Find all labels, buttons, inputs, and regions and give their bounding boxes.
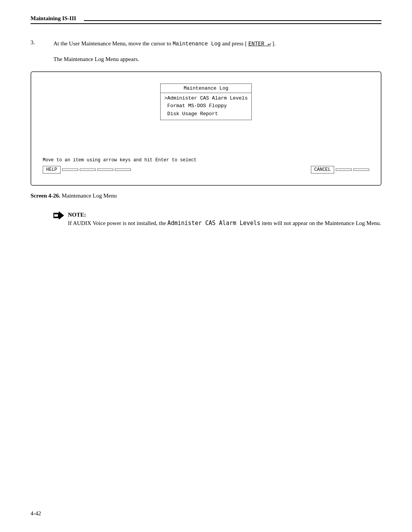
note-arrow-icon [53,211,64,220]
screen-inner: Maintenance Log >Administer CAS Alarm Le… [43,84,369,132]
svg-rect-1 [54,214,58,217]
fkey-cancel[interactable]: CANCEL [311,166,334,174]
menu-item-1: >Administer CAS Alarm Levels [164,95,248,103]
note-label: NOTE: [68,212,86,218]
screen-status-bar: Move to an item using arrow keys and hit… [43,158,369,174]
fkey-f2 [62,169,78,171]
page-content: 3. At the User Maintenance Menu, move th… [31,39,381,228]
menu-popup: Maintenance Log >Administer CAS Alarm Le… [160,84,252,120]
note-content: NOTE: If AUDIX Voice power is not instal… [68,211,381,228]
note-icon [53,211,64,221]
note-block: NOTE: If AUDIX Voice power is not instal… [53,211,381,228]
fkey-f3 [80,169,96,171]
note-text-after: item will not appear on the Maintenance … [261,220,381,226]
fkey-f5 [115,169,131,171]
menu-item-2: Format MS-DOS Floppy [164,102,248,110]
screen-caption: Screen 4-26. Maintenance Log Menu [31,193,381,199]
fkey-f4 [97,169,113,171]
note-code: Administer CAS Alarm Levels [167,220,261,227]
header-title: Maintaining IS-III [31,15,76,22]
step-3-block: 3. At the User Maintenance Menu, move th… [31,39,381,48]
menu-popup-title: Maintenance Log [161,84,251,93]
step-3-text-before: At the User Maintenance Menu, move the c… [53,40,172,47]
enter-key: ENTER ↵ [248,41,271,47]
page-footer: 4-42 [31,510,41,517]
step-3-text: At the User Maintenance Menu, move the c… [53,39,275,48]
screen-caption-bold: Screen 4-26. [31,193,60,199]
function-key-row: HELP CANCEL [43,166,369,174]
fkey-help[interactable]: HELP [43,166,61,174]
fkey-f8 [353,169,369,171]
header-rule [84,20,381,21]
menu-popup-items: >Administer CAS Alarm Levels Format MS-D… [161,93,251,120]
fkey-f7 [336,169,352,171]
terminal-screen: Maintenance Log >Administer CAS Alarm Le… [31,71,381,186]
page-number: 4-42 [31,510,41,516]
status-text: Move to an item using arrow keys and hit… [43,158,369,163]
menu-item-3: Disk Usage Report [164,110,248,118]
step-3-number: 3. [31,39,53,48]
after-step-text: The Maintenance Log Menu appears. [53,55,381,64]
screen-caption-text: Maintenance Log Menu [60,193,117,199]
step-3-text-after: and press [ [220,40,248,47]
step-3-text-end: ]. [271,40,276,47]
page-header: Maintaining IS-III [31,15,381,24]
step-3-code1: Maintenance Log [172,41,220,47]
note-text-before: If AUDIX Voice power is not installed, t… [68,220,167,226]
